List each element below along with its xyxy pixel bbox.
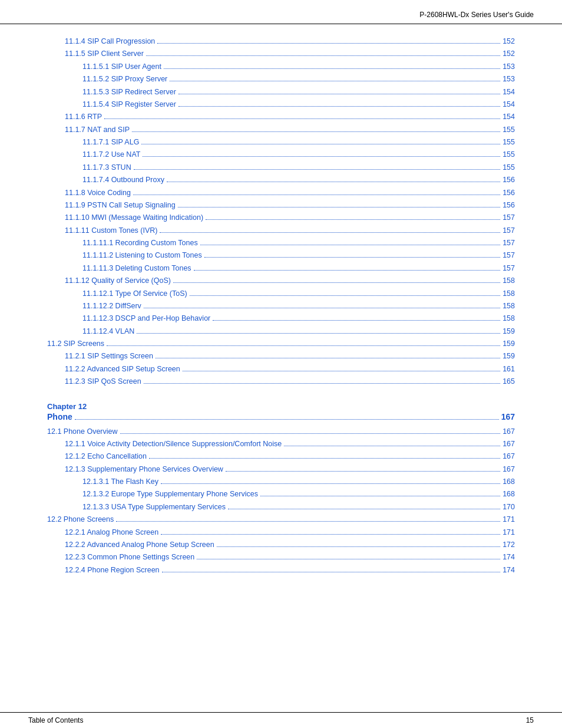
- toc-item[interactable]: 11.1.8 Voice Coding156: [47, 187, 515, 199]
- toc-page: 159: [503, 338, 515, 350]
- toc-item[interactable]: 11.1.11 Custom Tones (IVR)157: [47, 225, 515, 236]
- toc-page: 157: [503, 225, 515, 236]
- toc-link[interactable]: 11.1.5.4 SIP Register Server: [82, 99, 176, 110]
- toc-item[interactable]: 11.1.7 NAT and SIP155: [47, 124, 515, 136]
- toc-link[interactable]: 12.2 Phone Screens: [47, 514, 114, 525]
- toc-dots: [170, 81, 500, 81]
- toc-item[interactable]: 11.1.4 SIP Call Progression152: [47, 36, 515, 47]
- toc-item[interactable]: 12.2 Phone Screens171: [47, 514, 515, 525]
- toc-link[interactable]: 12.1.3.3 USA Type Supplementary Services: [82, 502, 226, 513]
- toc-item[interactable]: 12.1.3.2 Europe Type Supplementary Phone…: [47, 489, 515, 500]
- toc-link[interactable]: 11.1.12.4 VLAN: [82, 326, 134, 337]
- toc-link[interactable]: 11.1.9 PSTN Call Setup Signaling: [65, 200, 176, 211]
- header-title: P-2608HWL-Dx Series User's Guide: [419, 11, 534, 19]
- toc-link[interactable]: 11.1.4 SIP Call Progression: [65, 36, 155, 47]
- toc-link[interactable]: 12.1.1 Voice Activity Detection/Silence …: [65, 439, 282, 450]
- toc-link[interactable]: 11.1.6 RTP: [65, 111, 102, 123]
- toc-page: 152: [503, 48, 515, 60]
- toc-item[interactable]: 12.1.2 Echo Cancellation167: [47, 451, 515, 462]
- toc-link[interactable]: 11.1.12.3 DSCP and Per-Hop Behavior: [82, 313, 210, 324]
- toc-page: 157: [503, 263, 515, 274]
- toc-link[interactable]: 11.1.12 Quality of Service (QoS): [65, 275, 171, 286]
- toc-item[interactable]: 11.1.5.1 SIP User Agent153: [47, 61, 515, 73]
- toc-item[interactable]: 12.2.2 Advanced Analog Phone Setup Scree…: [47, 539, 515, 551]
- toc-item[interactable]: 12.2.3 Common Phone Settings Screen174: [47, 552, 515, 563]
- toc-item[interactable]: 11.1.7.4 Outbound Proxy156: [47, 174, 515, 186]
- toc-item[interactable]: 11.1.12.1 Type Of Service (ToS)158: [47, 288, 515, 299]
- page-header: P-2608HWL-Dx Series User's Guide: [0, 0, 562, 24]
- toc-link[interactable]: 12.2.4 Phone Region Screen: [65, 565, 160, 576]
- toc-item[interactable]: 11.1.7.3 STUN155: [47, 162, 515, 173]
- toc-item[interactable]: 11.1.12.4 VLAN159: [47, 326, 515, 337]
- toc-link[interactable]: 11.1.5 SIP Client Server: [65, 48, 144, 60]
- toc-item[interactable]: 11.1.5.4 SIP Register Server154: [47, 99, 515, 110]
- toc-link[interactable]: 11.1.8 Voice Coding: [65, 187, 131, 199]
- toc-link[interactable]: 11.1.7.2 Use NAT: [82, 149, 140, 160]
- toc-dots: [149, 458, 500, 459]
- toc-item[interactable]: 11.1.11.1 Recording Custom Tones157: [47, 238, 515, 249]
- toc-item[interactable]: 11.1.7.1 SIP ALG155: [47, 137, 515, 148]
- toc-item[interactable]: 12.2.4 Phone Region Screen174: [47, 565, 515, 576]
- toc-link[interactable]: 12.1.3 Supplementary Phone Services Over…: [65, 464, 223, 475]
- toc-item[interactable]: 11.2.1 SIP Settings Screen159: [47, 351, 515, 362]
- toc-item[interactable]: 11.1.10 MWI (Message Waiting Indication)…: [47, 212, 515, 223]
- toc-item[interactable]: 11.1.12.3 DSCP and Per-Hop Behavior158: [47, 313, 515, 324]
- toc-link[interactable]: 12.2.2 Advanced Analog Phone Setup Scree…: [65, 539, 214, 551]
- toc-item[interactable]: 11.2.3 SIP QoS Screen165: [47, 376, 515, 387]
- toc-item[interactable]: 11.2.2 Advanced SIP Setup Screen161: [47, 364, 515, 375]
- footer-left: Table of Contents: [28, 716, 83, 724]
- toc-link[interactable]: 12.2.3 Common Phone Settings Screen: [65, 552, 194, 563]
- toc-link[interactable]: 11.1.12.2 DiffServ: [82, 301, 141, 312]
- toc-link[interactable]: 12.2.1 Analog Phone Screen: [65, 527, 158, 538]
- toc-link[interactable]: 11.2.1 SIP Settings Screen: [65, 351, 153, 362]
- toc-page: 170: [503, 502, 515, 513]
- toc-dots: [194, 270, 501, 271]
- toc-dots: [144, 383, 500, 384]
- toc-link[interactable]: 12.1 Phone Overview: [47, 426, 118, 437]
- toc-link[interactable]: 11.2.3 SIP QoS Screen: [65, 376, 141, 387]
- toc-dots: [200, 245, 500, 245]
- toc-page: 153: [503, 74, 515, 85]
- toc-item[interactable]: 11.1.5.2 SIP Proxy Server153: [47, 74, 515, 85]
- toc-item[interactable]: 12.1.1 Voice Activity Detection/Silence …: [47, 439, 515, 450]
- toc-link[interactable]: 11.1.5.2 SIP Proxy Server: [82, 74, 167, 85]
- toc-page: 168: [503, 489, 515, 500]
- toc-link[interactable]: 12.1.2 Echo Cancellation: [65, 451, 147, 462]
- toc-item[interactable]: 12.2.1 Analog Phone Screen171: [47, 527, 515, 538]
- toc-link[interactable]: 11.1.10 MWI (Message Waiting Indication): [65, 212, 203, 223]
- toc-link[interactable]: 11.1.11.1 Recording Custom Tones: [82, 238, 198, 249]
- toc-item[interactable]: 11.1.11.3 Deleting Custom Tones157: [47, 263, 515, 274]
- toc-item[interactable]: 11.1.5 SIP Client Server152: [47, 48, 515, 60]
- toc-page: 174: [503, 565, 515, 576]
- toc-item[interactable]: 11.1.7.2 Use NAT155: [47, 149, 515, 160]
- toc-item[interactable]: 11.1.11.2 Listening to Custom Tones157: [47, 250, 515, 261]
- toc-page: 152: [503, 36, 515, 47]
- toc-link[interactable]: 11.1.11 Custom Tones (IVR): [65, 225, 157, 236]
- toc-link[interactable]: 11.2 SIP Screens: [47, 338, 104, 350]
- chapter-name[interactable]: Phone: [47, 412, 72, 421]
- toc-link[interactable]: 11.1.12.1 Type Of Service (ToS): [82, 288, 187, 299]
- toc-link[interactable]: 11.1.5.1 SIP User Agent: [82, 61, 161, 73]
- toc-link[interactable]: 11.1.11.3 Deleting Custom Tones: [82, 263, 191, 274]
- toc-link[interactable]: 11.1.7.4 Outbound Proxy: [82, 174, 164, 186]
- toc-item[interactable]: 11.1.9 PSTN Call Setup Signaling156: [47, 200, 515, 211]
- toc-item[interactable]: 12.1.3.1 The Flash Key168: [47, 476, 515, 487]
- toc-link[interactable]: 11.1.7.1 SIP ALG: [82, 137, 139, 148]
- toc-item[interactable]: 12.1.3 Supplementary Phone Services Over…: [47, 464, 515, 475]
- toc-item[interactable]: 11.1.6 RTP154: [47, 111, 515, 123]
- toc-link[interactable]: 11.2.2 Advanced SIP Setup Screen: [65, 364, 180, 375]
- toc-item[interactable]: 12.1.3.3 USA Type Supplementary Services…: [47, 502, 515, 513]
- toc-page: 155: [503, 162, 515, 173]
- toc-link[interactable]: 11.1.7.3 STUN: [82, 162, 131, 173]
- toc-link[interactable]: 11.1.5.3 SIP Redirect Server: [82, 87, 176, 98]
- toc-item[interactable]: 11.1.12 Quality of Service (QoS)158: [47, 275, 515, 286]
- toc-link[interactable]: 12.1.3.1 The Flash Key: [82, 476, 158, 487]
- toc-link[interactable]: 11.1.11.2 Listening to Custom Tones: [82, 250, 202, 261]
- toc-item[interactable]: 11.2 SIP Screens159: [47, 338, 515, 350]
- toc-link[interactable]: 11.1.7 NAT and SIP: [65, 124, 130, 136]
- chapter-page: 167: [501, 412, 515, 421]
- toc-item[interactable]: 11.1.5.3 SIP Redirect Server154: [47, 87, 515, 98]
- toc-link[interactable]: 12.1.3.2 Europe Type Supplementary Phone…: [82, 489, 258, 500]
- toc-item[interactable]: 11.1.12.2 DiffServ158: [47, 301, 515, 312]
- toc-item[interactable]: 12.1 Phone Overview167: [47, 426, 515, 437]
